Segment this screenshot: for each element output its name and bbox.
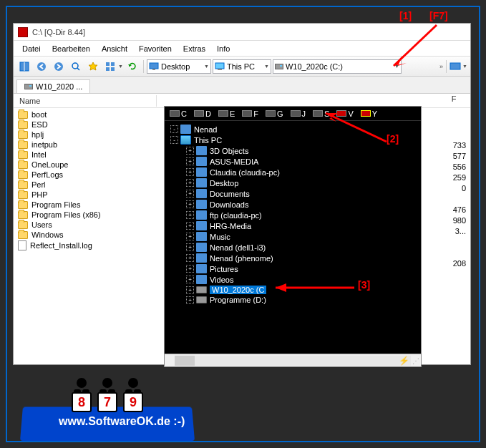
file-row[interactable]: PerfLogs <box>14 170 157 180</box>
refresh-button[interactable] <box>125 59 140 74</box>
col-name[interactable]: Name <box>14 95 157 107</box>
star-button[interactable] <box>85 59 101 74</box>
tree-row[interactable]: +Desktop <box>165 177 421 188</box>
right-column: F 73357755625904769803...208 <box>442 108 470 364</box>
col-right[interactable]: F <box>442 94 466 108</box>
combo-desktop[interactable]: Desktop ▼ <box>147 59 211 74</box>
tree-expander[interactable]: - <box>170 136 178 144</box>
drive-letter-D[interactable]: D <box>192 109 213 119</box>
tree-label: Videos <box>210 276 233 284</box>
file-row[interactable]: Program Files <box>14 200 157 210</box>
file-row[interactable]: PHP <box>14 190 157 200</box>
tab-label: W10_2020 ... <box>36 82 82 91</box>
tree-expander[interactable]: + <box>186 286 194 294</box>
menu-ansicht[interactable]: Ansicht <box>96 43 133 54</box>
svg-rect-18 <box>150 63 158 69</box>
fld-icon <box>196 253 207 263</box>
combo-thispc-label: This PC <box>227 62 255 71</box>
drive-letter-J[interactable]: J <box>288 109 308 119</box>
file-list-pane[interactable]: bootESDhpljinetpubIntelOneLoupePerfLogsP… <box>14 108 157 364</box>
menu-info[interactable]: Info <box>211 43 235 54</box>
drive-letter-C[interactable]: C <box>167 109 189 119</box>
tree-expander[interactable]: + <box>186 211 194 219</box>
tree-row[interactable]: +Documents <box>165 188 421 199</box>
file-row[interactable]: boot <box>14 109 157 120</box>
folder-icon <box>18 171 28 179</box>
tree-expander[interactable]: + <box>186 222 194 230</box>
tree-row[interactable]: +Nenad (dell1-i3) <box>165 242 421 253</box>
tree-label: Programme (D:) <box>210 296 266 304</box>
file-row[interactable]: hplj <box>14 130 157 140</box>
combo-thispc[interactable]: This PC ▼ <box>213 59 271 74</box>
menu-extras[interactable]: Extras <box>178 43 211 54</box>
file-name: Reflect_Install.log <box>30 241 92 250</box>
tab-drive[interactable]: W10_2020 ... <box>16 79 90 93</box>
arrow-1 <box>387 21 458 79</box>
back-button[interactable] <box>34 59 49 74</box>
folder-icon <box>18 131 28 139</box>
tree-expander[interactable]: + <box>186 147 194 155</box>
file-row[interactable]: inetpub <box>14 140 157 150</box>
tree-row[interactable]: +Music <box>165 231 421 242</box>
file-name: inetpub <box>31 140 57 149</box>
lightning-icon[interactable]: ⚡ <box>399 356 409 366</box>
tree-expander[interactable]: + <box>186 265 194 273</box>
tree-row[interactable]: +Claudia (claudia-pc) <box>165 167 421 177</box>
chevron-down-icon[interactable]: ▼ <box>118 64 123 69</box>
tree-row[interactable]: +Programme (D:) <box>165 295 421 305</box>
tree-expander[interactable]: + <box>186 276 194 283</box>
file-name: Perl <box>31 180 46 189</box>
combo-drive-label: W10_2020c (C:) <box>286 62 343 71</box>
layout-button[interactable] <box>16 59 32 74</box>
tree-expander[interactable]: + <box>186 168 194 176</box>
resize-grip-icon[interactable]: ⋰ <box>412 357 419 365</box>
scroll-thumb[interactable] <box>175 356 195 366</box>
menu-bearbeiten[interactable]: Bearbeiten <box>47 43 96 54</box>
file-row[interactable]: Perl <box>14 180 157 190</box>
combo-drive[interactable]: W10_2020c (C:) ▼ <box>273 59 402 74</box>
drv-icon <box>196 286 207 293</box>
drive-letter-E[interactable]: E <box>216 109 237 119</box>
menu-favoriten[interactable]: Favoriten <box>133 43 178 54</box>
file-row[interactable]: Reflect_Install.log <box>14 240 157 251</box>
file-row[interactable]: Intel <box>14 150 157 160</box>
tree-expander[interactable]: + <box>186 200 194 208</box>
tree-row[interactable]: +Pictures <box>165 263 421 274</box>
tree-label: This PC <box>194 136 222 145</box>
logo-figure: 8 <box>72 378 92 412</box>
drive-letter-F[interactable]: F <box>240 109 261 119</box>
chevron-down-icon[interactable]: ▼ <box>462 64 467 69</box>
forward-button[interactable] <box>51 59 67 74</box>
tree-label: W10_2020c (C <box>210 286 266 294</box>
tree-expander[interactable]: + <box>186 254 194 262</box>
menu-datei[interactable]: Datei <box>16 43 47 54</box>
grid-button[interactable] <box>102 59 118 74</box>
tree-expander[interactable]: + <box>186 296 194 304</box>
tree-expander[interactable]: + <box>186 190 194 198</box>
folder-icon <box>18 181 28 189</box>
size-value <box>442 269 466 280</box>
tree-row[interactable]: +Downloads <box>165 199 421 210</box>
drive-icon <box>242 110 252 117</box>
file-row[interactable]: Users <box>14 220 157 230</box>
fld-icon <box>196 210 207 220</box>
file-row[interactable]: Program Files (x86) <box>14 210 157 220</box>
folder-icon <box>18 191 28 199</box>
horizontal-scrollbar[interactable]: ⚡ ⋰ <box>165 354 421 366</box>
tree-row[interactable]: +HRG-Media <box>165 220 421 231</box>
drive-letter-G[interactable]: G <box>263 109 286 119</box>
file-row[interactable]: Windows <box>14 230 157 240</box>
chevron-down-icon: ▼ <box>264 64 269 69</box>
tree-row[interactable]: +Nenad (phenome) <box>165 253 421 263</box>
tree-row[interactable]: +ftp (claudia-pc) <box>165 210 421 220</box>
tree-expander[interactable]: + <box>186 233 194 240</box>
folder-tree[interactable]: -Nenad-This PC+3D Objects+ASUS-MEDIA+Cla… <box>165 121 421 350</box>
file-row[interactable]: ESD <box>14 120 157 130</box>
magnify-button[interactable] <box>68 59 84 74</box>
file-row[interactable]: OneLoupe <box>14 160 157 170</box>
tree-expander[interactable]: + <box>186 179 194 187</box>
tree-row[interactable]: +ASUS-MEDIA <box>165 156 421 167</box>
tree-expander[interactable]: + <box>186 243 194 251</box>
tree-expander[interactable]: + <box>186 157 194 165</box>
tree-expander[interactable]: - <box>170 125 178 133</box>
